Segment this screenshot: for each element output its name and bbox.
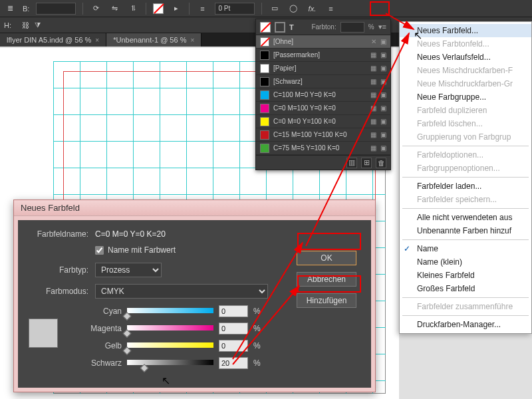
svg-line-0 bbox=[386, 13, 414, 29]
svg-line-1 bbox=[233, 243, 303, 359]
annotation-arrow bbox=[0, 0, 532, 399]
svg-line-3 bbox=[306, 33, 409, 246]
svg-line-2 bbox=[233, 286, 299, 364]
